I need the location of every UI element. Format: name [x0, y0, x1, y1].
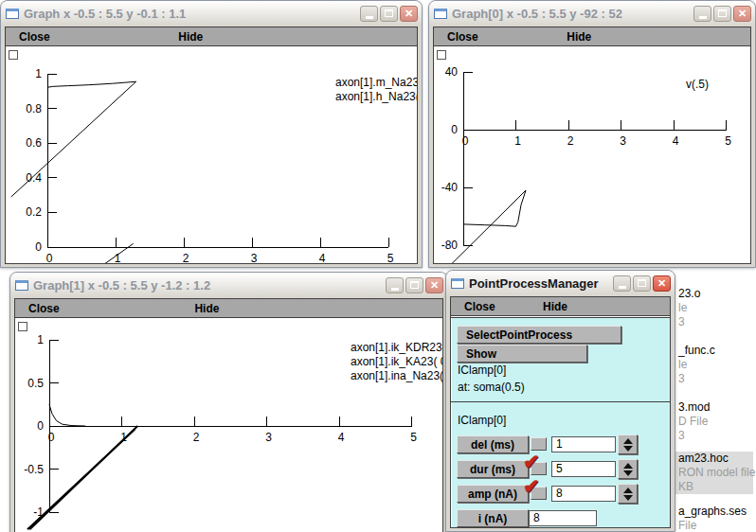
tick-label: 0: [451, 123, 458, 136]
tick-label: 0: [46, 252, 53, 263]
spinner-up-icon[interactable]: [623, 488, 633, 493]
legend-entry[interactable]: axon[1].ik_KA23( 0: [351, 355, 442, 369]
window-body: Close Hide 01234500.20.40.60.81 axon[1].…: [5, 27, 418, 264]
graph-canvas[interactable]: 01234500.20.40.60.81 axon[1].m_Na23(axon…: [6, 47, 417, 263]
changed-check-icon-amp-na-: ✔: [523, 475, 540, 498]
file-meta: File: [678, 519, 747, 532]
spinner-amp-na-[interactable]: [618, 484, 638, 504]
close-button[interactable]: ✕: [653, 275, 671, 292]
ppm-panel: SelectPointProcess Show IClamp[0] at: so…: [451, 317, 670, 527]
spinner-dur-ms-[interactable]: [618, 459, 638, 479]
tick-label: 1: [37, 333, 44, 346]
spinner-del-ms-[interactable]: [618, 434, 638, 454]
spinner-down-icon[interactable]: [623, 470, 633, 476]
menu-hide[interactable]: Hide: [178, 30, 203, 44]
close-button[interactable]: ✕: [400, 6, 418, 22]
changed-check-icon-dur-ms-: ✔: [523, 451, 540, 473]
menu-close[interactable]: Close: [464, 300, 495, 313]
menu-close[interactable]: Close: [28, 302, 60, 315]
titlebar[interactable]: PointProcessManager ✕: [446, 271, 675, 295]
file-list-item[interactable]: _func.cle3: [678, 344, 715, 386]
titlebar[interactable]: Graph[1] x -0.5 : 5.5 y -1.2 : 1.2 ✕: [10, 273, 447, 297]
file-name[interactable]: 23.o: [678, 287, 700, 301]
file-meta: 3: [678, 372, 715, 386]
spinner-up-icon[interactable]: [623, 438, 633, 444]
maximize-button[interactable]: [380, 6, 398, 22]
value-field-del-ms-[interactable]: 1: [551, 436, 616, 452]
file-name[interactable]: am23.hoc: [678, 452, 753, 466]
graph-canvas[interactable]: 012345-1-0.500.51 axon[1].ik_KDR23(axon[…: [15, 319, 442, 532]
legend: v(.5): [686, 78, 709, 92]
tick-label: -80: [441, 239, 459, 252]
window-graph-i: Graph[1] x -0.5 : 5.5 y -1.2 : 1.2 ✕ Clo…: [9, 272, 448, 532]
param-button-i-na-[interactable]: i (nA): [457, 509, 529, 527]
default-checkbox-del-ms-[interactable]: [531, 437, 547, 451]
minimize-button[interactable]: [360, 6, 378, 22]
desktop: 23.ole3_func.cle33.modD File3am23.hocRON…: [0, 0, 756, 532]
close-button[interactable]: ✕: [425, 277, 443, 293]
menu-hide[interactable]: Hide: [567, 30, 591, 44]
window-title: PointProcessManager: [469, 276, 611, 291]
file-list-item[interactable]: a_graphs.sesFile: [678, 505, 747, 532]
menu-bar: Close Hide: [6, 27, 417, 46]
menu-bar: Close Hide: [15, 299, 442, 318]
series-axon-1-ik-ka23: [49, 404, 85, 426]
minimize-button[interactable]: [613, 275, 631, 292]
param-button-dur-ms-[interactable]: dur (ms): [457, 460, 529, 478]
tick-label: 0: [37, 419, 44, 433]
tick-label: 0.5: [27, 377, 44, 390]
legend-entry[interactable]: axon[1].h_Na23( 0: [335, 90, 417, 104]
minimize-button[interactable]: [693, 6, 711, 22]
show-button[interactable]: Show: [457, 345, 587, 363]
minimize-icon: [391, 288, 399, 291]
param-button-amp-na-[interactable]: amp (nA): [457, 485, 529, 503]
titlebar[interactable]: Graph[0] x -0.5 : 5.5 y -92 : 52 ✕: [429, 1, 755, 26]
legend: axon[1].ik_KDR23(axon[1].ik_KA23( 0axon[…: [351, 341, 442, 383]
value-field-i-na-[interactable]: 8: [529, 510, 597, 526]
file-list-item[interactable]: 3.modD File3: [678, 400, 710, 443]
tick-label: 3: [620, 134, 626, 148]
menu-close[interactable]: Close: [19, 30, 50, 44]
file-meta: 3: [678, 315, 700, 329]
spinner-up-icon[interactable]: [623, 463, 633, 469]
file-meta: D File: [678, 415, 710, 429]
close-button[interactable]: ✕: [733, 6, 751, 22]
tick-label: 0.8: [26, 102, 42, 115]
tick-label: 40: [445, 65, 459, 79]
legend-entry[interactable]: axon[1].m_Na23(: [335, 76, 417, 90]
graph-canvas[interactable]: 012345-80-40040 v(.5): [434, 47, 750, 263]
value-field-amp-na-[interactable]: 8: [551, 486, 616, 502]
legend-entry[interactable]: v(.5): [686, 78, 709, 92]
window-title: Graph[0] x -0.5 : 5.5 y -92 : 52: [452, 7, 692, 21]
param-button-del-ms-[interactable]: del (ms): [457, 435, 529, 453]
menu-hide[interactable]: Hide: [194, 302, 219, 315]
legend-entry[interactable]: axon[1].ina_Na23(: [351, 369, 442, 383]
file-list-item[interactable]: 23.ole3: [678, 287, 700, 329]
spinner-down-icon[interactable]: [623, 495, 633, 501]
minimize-button[interactable]: [386, 277, 404, 293]
maximize-icon: [718, 9, 727, 17]
file-meta: KB: [678, 480, 753, 494]
file-list-item[interactable]: am23.hocRON model fileKB: [675, 452, 753, 494]
maximize-button[interactable]: [405, 277, 423, 293]
menu-hide[interactable]: Hide: [543, 300, 567, 313]
select-point-process-button[interactable]: SelectPointProcess: [457, 326, 621, 344]
minimize-icon: [619, 286, 626, 289]
file-name[interactable]: _func.c: [678, 344, 715, 358]
tick-label: 0.4: [26, 171, 42, 185]
value-field-dur-ms-[interactable]: 5: [551, 461, 616, 477]
tick-label: 2: [193, 431, 200, 444]
legend-entry[interactable]: axon[1].ik_KDR23(: [351, 341, 442, 355]
maximize-button[interactable]: [633, 275, 651, 292]
window-icon: [434, 9, 447, 19]
file-name[interactable]: 3.mod: [678, 400, 710, 415]
file-meta: le: [678, 301, 700, 315]
window-graph-m: Graph x -0.5 : 5.5 y -0.1 : 1.1 ✕ Close …: [0, 0, 423, 268]
titlebar[interactable]: Graph x -0.5 : 5.5 y -0.1 : 1.1 ✕: [1, 1, 422, 26]
maximize-icon: [385, 9, 393, 17]
maximize-button[interactable]: [713, 6, 731, 22]
file-name[interactable]: a_graphs.ses: [678, 505, 747, 519]
spinner-down-icon[interactable]: [623, 446, 633, 452]
series-sweep-line-2: [27, 430, 135, 530]
menu-close[interactable]: Close: [447, 30, 478, 44]
